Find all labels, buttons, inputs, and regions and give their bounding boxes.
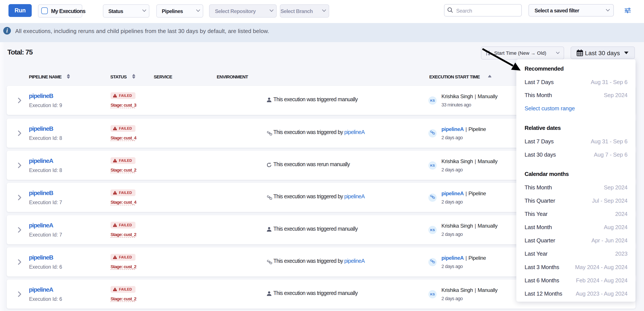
svg-text:i: i <box>6 27 8 34</box>
